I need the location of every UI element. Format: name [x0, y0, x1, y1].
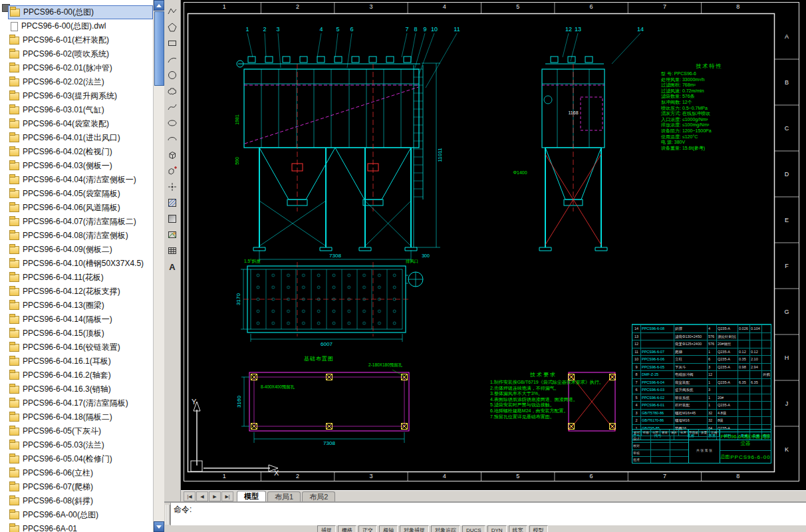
point-tool-button[interactable]: [164, 179, 180, 195]
file-item[interactable]: PPCS96-6-08(斜撑): [8, 494, 153, 508]
file-item[interactable]: PPCS96-6-04.07(清洁室隔板二): [8, 215, 153, 229]
file-panel-scrollbar[interactable]: [153, 0, 164, 532]
rectangle-tool-button[interactable]: [164, 35, 180, 51]
file-item[interactable]: PPCS96-6-04.16.3(销轴): [8, 382, 153, 396]
balloon-8: 8: [414, 26, 417, 33]
status-toggle-button[interactable]: 极轴: [379, 525, 398, 532]
file-item[interactable]: PPCS96-6-04.12(花板支撑): [8, 285, 153, 299]
file-item[interactable]: PPCS96-6-05.03(法兰): [8, 438, 153, 452]
bom-part-name: 袋室装配: [674, 379, 707, 386]
file-item[interactable]: PPCS96-6-00(总图): [8, 5, 153, 19]
scroll-up-button[interactable]: [154, 0, 164, 11]
command-prompt[interactable]: 命令:: [171, 503, 194, 527]
file-item[interactable]: PPCS96-6-04.10(槽钢50X37X4.5): [8, 257, 153, 271]
file-item[interactable]: PPCS96-6-04.01(进出风口): [8, 131, 153, 145]
file-item[interactable]: PPCS96-6-04.16.1(耳板): [8, 354, 153, 368]
bom-material: 8级: [716, 417, 738, 424]
file-item[interactable]: PPCS96-6-04.02(检视门): [8, 145, 153, 159]
table-tool-button[interactable]: [164, 243, 180, 259]
first-tab-button[interactable]: |◀: [184, 491, 196, 501]
ucs-x-label: X: [274, 469, 279, 477]
file-item[interactable]: PPCS96-6-02(喷吹系统): [8, 47, 153, 61]
file-item[interactable]: PPCS96-6-04(袋室装配): [8, 117, 153, 131]
insert-block-tool-button[interactable]: [164, 147, 180, 163]
ellipse-tool-button[interactable]: [164, 115, 180, 131]
file-type-icon: [10, 9, 20, 17]
last-tab-button[interactable]: ▶|: [221, 491, 233, 501]
file-item[interactable]: PPCS96-6-03.01(气缸): [8, 103, 153, 117]
next-tab-button[interactable]: ▶: [209, 491, 221, 501]
file-item[interactable]: PPCS96-6A-00(总图): [8, 508, 153, 522]
prev-tab-button[interactable]: ◀: [196, 491, 208, 501]
file-item[interactable]: PPCS96-6-00(总图).dwl: [8, 19, 153, 33]
file-item-label: PPCS96-6-04.06(风道隔板): [23, 201, 120, 215]
file-type-icon: [9, 120, 19, 128]
file-type-icon: [9, 37, 19, 45]
circle-tool-button[interactable]: [164, 67, 180, 83]
status-toggle-button[interactable]: DYN: [487, 525, 507, 532]
file-item[interactable]: PPCS96-6-04.13(圈梁): [8, 299, 153, 313]
file-item[interactable]: PPCS96-6-02.02(法兰): [8, 75, 153, 89]
status-toggle-button[interactable]: 对象捕捉: [400, 525, 429, 532]
polygon-tool-button[interactable]: [164, 19, 180, 35]
file-item[interactable]: PPCS96-6-04.08(清洁室侧板): [8, 229, 153, 243]
file-item[interactable]: PPCS96-6-07(爬梯): [8, 480, 153, 494]
scroll-down-button[interactable]: [154, 521, 164, 532]
file-item-label: PPCS96-6-03(提升阀系统): [23, 89, 117, 103]
file-item[interactable]: PPCS96-6-02.01(脉冲管): [8, 61, 153, 75]
file-item[interactable]: PPCS96-6-01(栏杆装配): [8, 33, 153, 47]
point-icon: [167, 182, 178, 192]
command-window-grip[interactable]: [164, 503, 171, 527]
foundation-plan: [249, 372, 615, 431]
file-type-icon: [9, 302, 19, 310]
file-type-icon: [9, 497, 19, 505]
drawing-canvas[interactable]: Y X 1 2 3 4 5 6 7 8 9 10 11 12 13 14: [181, 0, 806, 490]
status-toggle-button[interactable]: 模型: [529, 525, 548, 532]
file-item[interactable]: PPCS96-6-05.04(检修门): [8, 452, 153, 466]
bom-material: 涤纶针刺毡: [716, 333, 738, 340]
polyline-tool-button[interactable]: [164, 3, 180, 19]
tab-layout2[interactable]: 布局2: [302, 491, 335, 502]
file-item[interactable]: PPCS96-6-05(下灰斗): [8, 424, 153, 438]
file-item[interactable]: PPCS96-6-04.17(清洁室隔板): [8, 396, 153, 410]
file-item-label: PPCS96-6-00(总图): [23, 6, 94, 19]
bom-no: 12: [632, 340, 640, 348]
file-item[interactable]: PPCS96-6-04.04(清洁室侧板一): [8, 173, 153, 187]
file-item[interactable]: PPCS96-6-04.05(袋室隔板): [8, 187, 153, 201]
command-window[interactable]: 命令:: [164, 501, 806, 527]
spline-tool-button[interactable]: [164, 99, 180, 115]
make-block-tool-button[interactable]: [164, 163, 180, 179]
file-item[interactable]: PPCS96-6-04.16.2(轴套): [8, 368, 153, 382]
arc-tool-button[interactable]: [164, 51, 180, 67]
tab-layout1[interactable]: 布局1: [267, 491, 301, 502]
revcloud-tool-button[interactable]: [164, 83, 180, 99]
status-toggle-button[interactable]: 栅格: [338, 525, 356, 532]
file-item[interactable]: PPCS96-6-04.11(花板): [8, 271, 153, 285]
file-type-icon: [11, 22, 18, 31]
file-item[interactable]: PPCS96-6-04.16(铰链装置): [8, 340, 153, 354]
gradient-tool-button[interactable]: [164, 211, 180, 227]
status-toggle-button[interactable]: 捕捉: [317, 525, 336, 532]
file-item[interactable]: PPCS96-6-04.09(侧板二): [8, 243, 153, 257]
file-type-icon: [9, 246, 19, 254]
file-item[interactable]: PPCS96-6-04.14(隔板一): [8, 313, 153, 327]
file-item[interactable]: PPCS96-6A-01: [8, 522, 153, 532]
status-toggle-button[interactable]: DUCS: [462, 525, 485, 532]
file-item[interactable]: PPCS96-6-04.15(顶板): [8, 327, 153, 340]
title-block-titles: PPC96-6-0脉冲袋式除尘器 总图 PPCS96-6-00: [720, 430, 771, 463]
status-toggle-button[interactable]: 对象追踪: [431, 525, 460, 532]
file-item[interactable]: PPCS96-6-03(提升阀系统): [8, 89, 153, 103]
file-item[interactable]: PPCS96-6-04.18(隔板二): [8, 410, 153, 424]
status-toggle-button[interactable]: 线宽: [509, 525, 527, 532]
mtext-tool-button[interactable]: A: [164, 259, 180, 275]
scrollbar-thumb[interactable]: [154, 11, 164, 86]
file-item[interactable]: PPCS96-6-04.06(风道隔板): [8, 201, 153, 215]
region-tool-button[interactable]: [164, 227, 180, 243]
file-item[interactable]: PPCS96-6-06(立柱): [8, 466, 153, 480]
hatch-tool-button[interactable]: [164, 195, 180, 211]
file-type-icon: [9, 525, 19, 532]
ellipse-arc-tool-button[interactable]: [164, 131, 180, 147]
status-toggle-button[interactable]: 正交: [358, 525, 377, 532]
file-item[interactable]: PPCS96-6-04.03(侧板一): [8, 159, 153, 173]
tab-model[interactable]: 模型: [237, 491, 266, 502]
